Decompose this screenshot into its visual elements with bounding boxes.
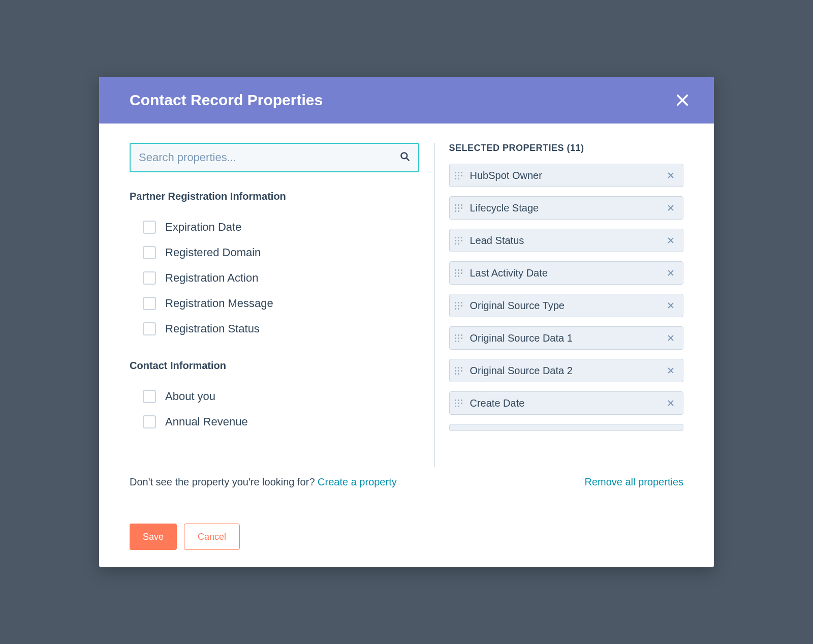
drag-handle-icon[interactable] xyxy=(455,397,463,409)
property-label: Registration Status xyxy=(165,322,260,335)
remove-property-button[interactable] xyxy=(666,300,676,311)
property-label: Registration Message xyxy=(165,297,273,310)
contact-record-properties-modal: Contact Record Properties Partner Regist… xyxy=(99,77,714,567)
create-property-prompt: Don't see the property you're looking fo… xyxy=(130,476,397,488)
checkbox[interactable] xyxy=(143,322,156,335)
property-item[interactable]: Registration Message xyxy=(130,291,419,316)
selected-property-item[interactable] xyxy=(449,424,684,431)
selected-property-label: Original Source Data 2 xyxy=(470,365,666,377)
drag-handle-icon[interactable] xyxy=(455,299,463,312)
footer-buttons-row: Save Cancel xyxy=(99,488,714,567)
drag-handle-icon[interactable] xyxy=(455,169,463,181)
available-properties-column: Partner Registration Information Expirat… xyxy=(130,143,434,467)
drag-handle-icon[interactable] xyxy=(455,234,463,247)
property-group: Contact Information About you Annual Rev… xyxy=(130,360,419,435)
selected-properties-list: HubSpot Owner Lifecycle Stage Lead Statu… xyxy=(449,164,684,467)
checkbox[interactable] xyxy=(143,415,156,428)
property-group: Partner Registration Information Expirat… xyxy=(130,191,419,342)
selected-property-label: HubSpot Owner xyxy=(470,170,666,181)
search-input[interactable] xyxy=(130,143,419,172)
selected-property-label: Original Source Data 1 xyxy=(470,332,666,344)
checkbox[interactable] xyxy=(143,390,156,403)
close-button[interactable] xyxy=(673,91,692,109)
property-label: Registration Action xyxy=(165,271,258,285)
selected-property-item[interactable]: Lifecycle Stage xyxy=(449,196,684,220)
selected-property-label: Lifecycle Stage xyxy=(470,202,666,214)
selected-properties-column: SELECTED PROPERTIES (11) HubSpot Owner L… xyxy=(434,143,684,467)
checkbox[interactable] xyxy=(143,246,156,259)
drag-handle-icon[interactable] xyxy=(455,424,463,431)
property-item[interactable]: Registration Action xyxy=(130,265,419,291)
remove-property-button[interactable] xyxy=(666,365,676,376)
remove-property-button[interactable] xyxy=(666,268,676,278)
selected-property-item[interactable]: HubSpot Owner xyxy=(449,164,684,187)
selected-property-item[interactable]: Lead Status xyxy=(449,229,684,252)
drag-handle-icon[interactable] xyxy=(455,332,463,344)
remove-all-properties-link[interactable]: Remove all properties xyxy=(584,476,683,488)
modal-header: Contact Record Properties xyxy=(99,77,714,124)
selected-property-label: Last Activity Date xyxy=(470,267,666,279)
drag-handle-icon[interactable] xyxy=(455,267,463,279)
selected-properties-header: SELECTED PROPERTIES (11) xyxy=(449,143,684,154)
selected-property-item[interactable]: Original Source Data 2 xyxy=(449,359,684,382)
remove-property-button[interactable] xyxy=(666,235,676,246)
remove-property-button[interactable] xyxy=(666,170,676,180)
checkbox[interactable] xyxy=(143,297,156,310)
property-label: Registered Domain xyxy=(165,246,261,259)
checkbox[interactable] xyxy=(143,271,156,285)
create-property-link[interactable]: Create a property xyxy=(318,476,397,487)
remove-property-button[interactable] xyxy=(666,333,676,343)
modal-title: Contact Record Properties xyxy=(130,91,323,109)
close-icon xyxy=(675,93,690,107)
property-label: About you xyxy=(165,390,215,403)
cancel-button[interactable]: Cancel xyxy=(184,524,240,550)
selected-property-item[interactable]: Create Date xyxy=(449,391,684,415)
property-item[interactable]: About you xyxy=(130,384,419,409)
property-item[interactable]: Registration Status xyxy=(130,316,419,342)
remove-property-button[interactable] xyxy=(666,203,676,213)
selected-property-label: Create Date xyxy=(470,397,666,409)
selected-property-label: Original Source Type xyxy=(470,300,666,312)
selected-property-label: Lead Status xyxy=(470,235,666,247)
selected-property-item[interactable]: Original Source Type xyxy=(449,294,684,317)
footer-prompt-text: Don't see the property you're looking fo… xyxy=(130,476,318,487)
group-title: Contact Information xyxy=(130,360,419,372)
search-wrap xyxy=(130,143,419,172)
drag-handle-icon[interactable] xyxy=(455,202,463,214)
group-title: Partner Registration Information xyxy=(130,191,419,202)
property-label: Expiration Date xyxy=(165,221,241,234)
property-item[interactable]: Registered Domain xyxy=(130,240,419,265)
selected-property-item[interactable]: Original Source Data 1 xyxy=(449,326,684,350)
property-item[interactable]: Annual Revenue xyxy=(130,409,419,435)
property-label: Annual Revenue xyxy=(165,415,248,428)
drag-handle-icon[interactable] xyxy=(455,364,463,377)
save-button[interactable]: Save xyxy=(130,524,177,550)
remove-property-button[interactable] xyxy=(666,398,676,408)
selected-property-item[interactable]: Last Activity Date xyxy=(449,261,684,285)
property-item[interactable]: Expiration Date xyxy=(130,214,419,240)
modal-body: Partner Registration Information Expirat… xyxy=(99,124,714,467)
checkbox[interactable] xyxy=(143,221,156,234)
footer-links-row: Don't see the property you're looking fo… xyxy=(99,467,714,488)
